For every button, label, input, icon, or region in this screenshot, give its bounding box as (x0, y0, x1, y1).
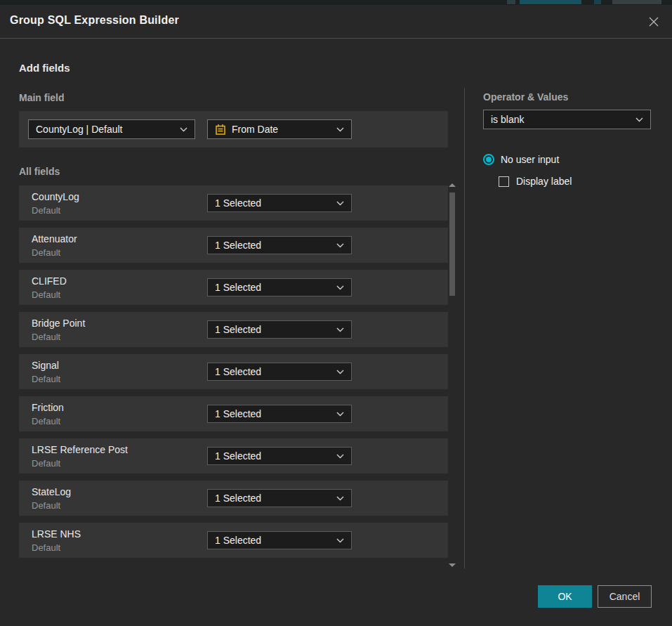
operator-select[interactable]: is blank (483, 110, 651, 129)
scrollbar-down-arrow-icon[interactable] (449, 563, 456, 567)
field-selection-dropdown[interactable]: 1 Selected (207, 489, 352, 507)
all-fields-list: CountyLog Default 1 Selected Attenuator … (19, 185, 448, 565)
background-fragment (594, 0, 601, 4)
calendar-icon (215, 124, 226, 136)
chevron-down-icon (336, 454, 344, 459)
field-selection-dropdown[interactable]: 1 Selected (207, 405, 352, 423)
field-name: Bridge Point (32, 318, 85, 329)
field-name: LRSE Reference Post (32, 444, 128, 455)
field-selection-dropdown[interactable]: 1 Selected (207, 531, 352, 549)
operator-select-value: is blank (491, 114, 631, 125)
list-scrollbar[interactable] (448, 181, 456, 568)
main-field-label: Main field (19, 92, 65, 103)
field-subtitle: Default (32, 500, 60, 511)
field-subtitle: Default (32, 542, 60, 553)
chevron-down-icon (336, 201, 344, 206)
field-selection-dropdown[interactable]: 1 Selected (207, 320, 352, 339)
chevron-down-icon (336, 370, 344, 374)
field-row: LRSE NHS Default 1 Selected (19, 523, 448, 558)
field-subtitle: Default (32, 416, 60, 426)
display-label-checkbox-row[interactable]: Display label (499, 176, 572, 187)
field-selection-value: 1 Selected (215, 493, 332, 504)
layer-select-value: CountyLog | Default (36, 124, 176, 135)
field-name: CLIFED (32, 275, 67, 287)
field-selection-dropdown[interactable]: 1 Selected (207, 447, 352, 465)
background-fragment (612, 0, 661, 4)
field-selection-value: 1 Selected (215, 366, 332, 377)
field-select-value: From Date (232, 124, 332, 135)
all-fields-label: All fields (19, 166, 60, 177)
no-user-input-radio[interactable]: No user input (483, 154, 559, 165)
chevron-down-icon (336, 127, 344, 132)
chevron-down-icon (336, 412, 344, 417)
chevron-down-icon (180, 127, 187, 132)
field-row: StateLog Default 1 Selected (19, 481, 448, 516)
close-button[interactable] (641, 9, 666, 34)
operator-values-label: Operator & Values (483, 91, 568, 103)
field-name: StateLog (32, 486, 71, 497)
field-row: Attenuator Default 1 Selected (19, 228, 448, 263)
field-name: Signal (32, 360, 59, 371)
field-row: Signal Default 1 Selected (19, 354, 448, 389)
field-select[interactable]: From Date (207, 119, 352, 139)
field-name: Attenuator (32, 233, 77, 244)
background-fragment (520, 0, 581, 4)
field-selection-dropdown[interactable]: 1 Selected (207, 278, 352, 296)
panel-divider (464, 88, 465, 568)
scrollbar-up-arrow-icon[interactable] (449, 183, 456, 187)
field-name: Friction (32, 402, 64, 413)
field-subtitle: Default (32, 458, 60, 469)
field-subtitle: Default (32, 374, 60, 384)
field-selection-value: 1 Selected (215, 282, 332, 293)
chevron-down-icon (336, 538, 344, 543)
field-selection-value: 1 Selected (215, 450, 332, 462)
chevron-down-icon (336, 243, 344, 248)
field-selection-value: 1 Selected (215, 240, 332, 251)
ok-button[interactable]: OK (538, 585, 592, 608)
scrollbar-thumb[interactable] (449, 193, 455, 296)
field-selection-dropdown[interactable]: 1 Selected (207, 363, 352, 381)
field-selection-value: 1 Selected (215, 197, 332, 209)
display-label-text: Display label (516, 176, 572, 187)
close-icon (648, 16, 659, 27)
checkbox-unchecked-icon[interactable] (499, 176, 509, 187)
dialog-header: Group SQL Expression Builder (0, 5, 672, 39)
field-subtitle: Default (32, 289, 60, 300)
field-subtitle: Default (32, 247, 60, 258)
add-fields-heading: Add fields (19, 62, 70, 74)
chevron-down-icon (635, 117, 643, 122)
background-app-strip (0, 0, 672, 5)
field-subtitle: Default (32, 205, 60, 216)
main-field-panel: CountyLog | Default From Date (19, 111, 448, 148)
field-selection-dropdown[interactable]: 1 Selected (207, 236, 352, 254)
chevron-down-icon (336, 496, 344, 501)
layer-select[interactable]: CountyLog | Default (28, 119, 195, 139)
field-subtitle: Default (32, 332, 60, 342)
field-row: CountyLog Default 1 Selected (19, 185, 448, 221)
field-selection-value: 1 Selected (215, 408, 332, 419)
cancel-button[interactable]: Cancel (598, 585, 652, 608)
radio-selected-icon (483, 154, 494, 165)
dialog-title: Group SQL Expression Builder (10, 14, 179, 27)
no-user-input-label: No user input (501, 154, 559, 165)
field-row: CLIFED Default 1 Selected (19, 270, 448, 305)
chevron-down-icon (336, 285, 344, 290)
group-sql-expression-builder-dialog: Group SQL Expression Builder Add fields … (0, 5, 672, 626)
field-selection-value: 1 Selected (215, 535, 332, 546)
field-row: Friction Default 1 Selected (19, 396, 448, 431)
field-name: CountyLog (32, 191, 79, 202)
background-fragment (507, 0, 515, 4)
field-selection-dropdown[interactable]: 1 Selected (207, 194, 352, 212)
field-selection-value: 1 Selected (215, 324, 332, 335)
field-row: LRSE Reference Post Default 1 Selected (19, 438, 448, 474)
field-name: LRSE NHS (32, 528, 81, 540)
chevron-down-icon (336, 327, 344, 332)
field-row: Bridge Point Default 1 Selected (19, 312, 448, 347)
